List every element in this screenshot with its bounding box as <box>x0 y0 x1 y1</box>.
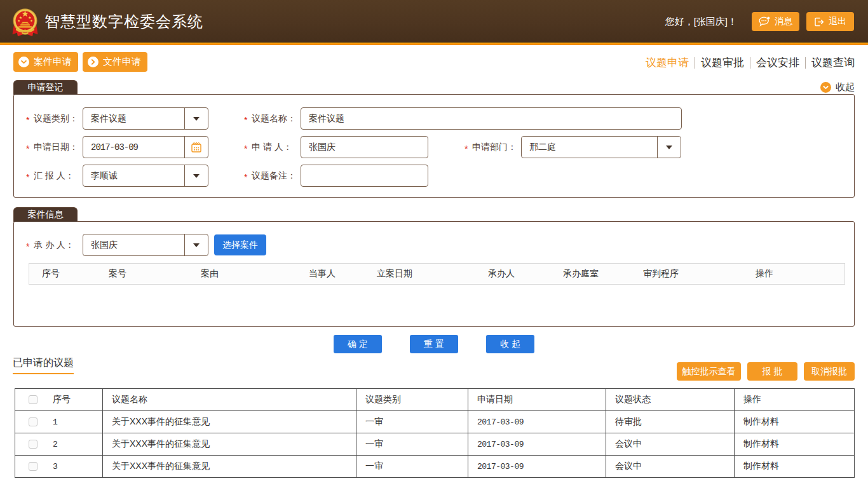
field-apply-date: * 申请日期： 2017-03-09 <box>26 136 208 158</box>
confirm-button[interactable]: 确 定 <box>334 335 382 353</box>
required-asterisk: * <box>465 144 472 154</box>
required-asterisk: * <box>244 172 252 182</box>
calendar-button[interactable] <box>184 137 208 158</box>
case-col-undertaker: 承办人 <box>475 268 550 280</box>
dropdown-arrow <box>184 234 208 255</box>
row-checkbox[interactable] <box>29 417 37 426</box>
national-emblem-logo <box>12 8 38 37</box>
required-asterisk: * <box>26 241 34 252</box>
applied-topics-title: 已申请的议题 <box>13 356 74 374</box>
apply-date-value: 2017-03-09 <box>83 137 184 158</box>
logout-button[interactable]: 退出 <box>806 12 854 31</box>
dropdown-arrow <box>657 137 681 158</box>
collapse-toggle[interactable]: 收起 <box>820 81 855 93</box>
message-icon <box>759 17 770 27</box>
chevron-right-circle-icon <box>88 57 98 67</box>
table-row: 1 关于XXX事件的征集意见 一审 2017-03-09 待审批 制作材料 <box>15 411 855 433</box>
header-accent-line <box>0 43 868 45</box>
topic-name-input[interactable] <box>301 107 682 130</box>
row-action[interactable]: 制作材料 <box>735 433 855 456</box>
table-row: 2 关于XXX事件的征集意见 一审 2017-03-09 会议中 制作材料 <box>15 433 855 456</box>
app-header: 智慧型数字检委会系统 您好，[张国庆]！ 消息 退出 <box>0 0 868 43</box>
user-greeting: 您好，[张国庆]！ <box>665 0 737 43</box>
select-case-button[interactable]: 选择案件 <box>214 234 266 255</box>
topic-name-label: 议题名称： <box>252 113 296 125</box>
triangle-down-icon <box>666 146 672 149</box>
tab-register-label: 申请登记 <box>28 82 64 93</box>
col-topic-name: 议题名称 <box>103 389 356 411</box>
row-action[interactable]: 制作材料 <box>735 456 855 478</box>
reporter-value: 李顺诚 <box>83 165 184 186</box>
case-apply-label: 案件申请 <box>34 56 72 68</box>
col-action: 操作 <box>735 389 855 411</box>
logout-icon <box>814 17 824 27</box>
table-row: 3 关于XXX事件的征集意见 一审 2017-03-09 会议中 制作材料 <box>15 456 855 478</box>
col-topic-status: 议题状态 <box>606 389 735 411</box>
nav-topic-apply[interactable]: 议题申请 <box>646 55 689 70</box>
row-action[interactable]: 制作材料 <box>735 411 855 433</box>
field-topic-name: * 议题名称： <box>244 107 682 130</box>
row-topic-status: 会议中 <box>606 433 735 456</box>
row-topic-type: 一审 <box>356 411 468 433</box>
case-col-no: 序号 <box>29 268 96 280</box>
case-apply-button[interactable]: 案件申请 <box>13 52 78 72</box>
nav-topic-query[interactable]: 议题查询 <box>811 55 855 70</box>
row-checkbox[interactable] <box>29 440 37 449</box>
touch-review-button[interactable]: 触控批示查看 <box>677 362 741 381</box>
topic-note-input[interactable] <box>301 165 428 187</box>
undertaker-label: 承 办 人： <box>34 240 78 251</box>
case-col-dept: 承办庭室 <box>550 268 630 280</box>
topic-type-label: 议题类别： <box>34 113 78 125</box>
dropdown-arrow <box>184 165 208 186</box>
reset-button[interactable]: 重 置 <box>410 335 458 353</box>
row-topic-type: 一审 <box>356 456 468 478</box>
collapse-toggle-label: 收起 <box>836 81 855 93</box>
row-topic-name: 关于XXX事件的征集意见 <box>103 411 356 433</box>
cancel-approval-button[interactable]: 取消报批 <box>804 362 855 381</box>
tab-register: 申请登记 <box>13 80 78 95</box>
row-checkbox[interactable] <box>29 462 37 471</box>
case-table-header: 序号 案号 案由 当事人 立案日期 承办人 承办庭室 审判程序 操作 <box>29 263 845 285</box>
select-all-checkbox[interactable] <box>29 395 37 404</box>
submit-approval-button[interactable]: 报 批 <box>747 362 797 381</box>
field-apply-dept: * 申请部门： 邢二庭 <box>465 136 681 158</box>
case-col-action: 操作 <box>743 268 844 280</box>
topic-note-label: 议题备注： <box>252 170 296 182</box>
topic-type-select[interactable]: 案件议题 <box>83 107 208 130</box>
message-label: 消息 <box>775 16 792 27</box>
page: 智慧型数字检委会系统 您好，[张国庆]！ 消息 退出 案件申请 <box>0 0 868 488</box>
applicant-label: 申 请 人： <box>252 142 296 153</box>
field-topic-note: * 议题备注： <box>244 165 428 187</box>
row-topic-name: 关于XXX事件的征集意见 <box>103 433 356 456</box>
calendar-icon <box>190 141 203 154</box>
apply-date-picker[interactable]: 2017-03-09 <box>83 136 208 158</box>
dropdown-arrow <box>184 108 208 129</box>
tab-case-info-label: 案件信息 <box>28 209 64 220</box>
message-button[interactable]: 消息 <box>752 12 799 31</box>
row-apply-date: 2017-03-09 <box>468 433 606 456</box>
nav-topic-approve[interactable]: 议题审批 <box>701 55 744 70</box>
triangle-down-icon <box>193 117 200 121</box>
file-apply-button[interactable]: 文件申请 <box>83 52 147 72</box>
field-applicant: * 申 请 人： <box>244 136 428 158</box>
apply-dept-value: 邢二庭 <box>522 137 657 158</box>
chevron-down-circle-icon <box>18 57 29 67</box>
file-apply-label: 文件申请 <box>103 56 141 68</box>
reporter-select[interactable]: 李顺诚 <box>83 165 208 187</box>
required-asterisk: * <box>26 115 34 125</box>
case-col-file-date: 立案日期 <box>364 268 475 280</box>
collapse-button[interactable]: 收 起 <box>486 335 534 353</box>
apply-dept-select[interactable]: 邢二庭 <box>521 136 681 158</box>
row-apply-date: 2017-03-09 <box>468 411 606 433</box>
triangle-down-icon <box>193 174 200 178</box>
case-col-party: 当事人 <box>296 268 364 280</box>
nav-separator <box>695 57 695 69</box>
top-nav: 议题申请 议题审批 会议安排 议题查询 <box>646 55 855 70</box>
undertaker-select[interactable]: 张国庆 <box>83 234 208 256</box>
apply-date-label: 申请日期： <box>34 142 78 153</box>
reporter-label: 汇 报 人： <box>34 170 78 182</box>
nav-meeting-arrange[interactable]: 会议安排 <box>756 55 799 70</box>
tab-case-info: 案件信息 <box>13 207 78 222</box>
col-apply-date: 申请日期 <box>468 389 606 411</box>
applicant-input[interactable] <box>301 136 428 158</box>
